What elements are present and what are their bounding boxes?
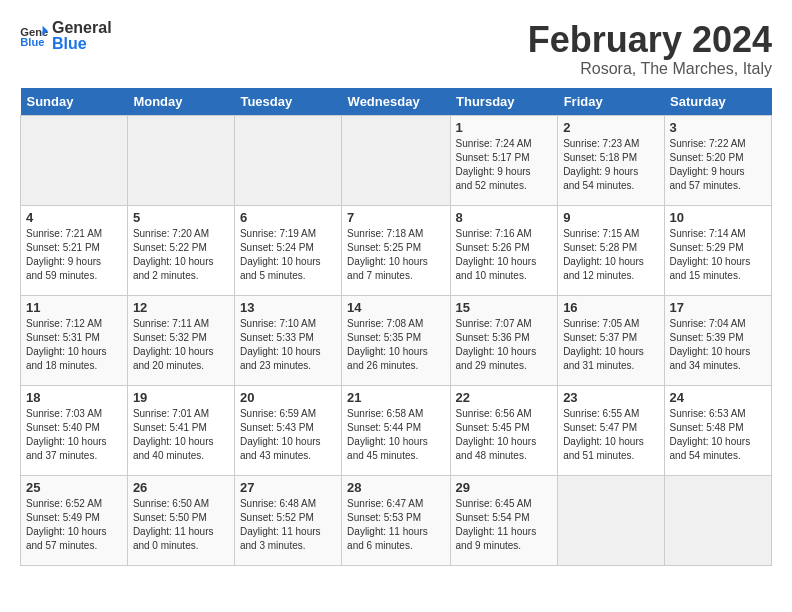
calendar-cell bbox=[21, 115, 128, 205]
day-number: 26 bbox=[133, 480, 229, 495]
day-info: Sunrise: 7:11 AM Sunset: 5:32 PM Dayligh… bbox=[133, 317, 229, 373]
day-number: 29 bbox=[456, 480, 553, 495]
calendar-table: SundayMondayTuesdayWednesdayThursdayFrid… bbox=[20, 88, 772, 566]
weekday-header-row: SundayMondayTuesdayWednesdayThursdayFrid… bbox=[21, 88, 772, 116]
title-area: February 2024 Rosora, The Marches, Italy bbox=[528, 20, 772, 78]
calendar-cell: 18Sunrise: 7:03 AM Sunset: 5:40 PM Dayli… bbox=[21, 385, 128, 475]
day-number: 27 bbox=[240, 480, 336, 495]
calendar-week-row: 4Sunrise: 7:21 AM Sunset: 5:21 PM Daylig… bbox=[21, 205, 772, 295]
calendar-cell: 2Sunrise: 7:23 AM Sunset: 5:18 PM Daylig… bbox=[558, 115, 664, 205]
day-number: 9 bbox=[563, 210, 658, 225]
day-number: 2 bbox=[563, 120, 658, 135]
calendar-cell: 20Sunrise: 6:59 AM Sunset: 5:43 PM Dayli… bbox=[234, 385, 341, 475]
day-info: Sunrise: 7:16 AM Sunset: 5:26 PM Dayligh… bbox=[456, 227, 553, 283]
day-number: 23 bbox=[563, 390, 658, 405]
calendar-cell: 1Sunrise: 7:24 AM Sunset: 5:17 PM Daylig… bbox=[450, 115, 558, 205]
day-number: 14 bbox=[347, 300, 444, 315]
calendar-cell: 8Sunrise: 7:16 AM Sunset: 5:26 PM Daylig… bbox=[450, 205, 558, 295]
day-info: Sunrise: 7:04 AM Sunset: 5:39 PM Dayligh… bbox=[670, 317, 766, 373]
calendar-week-row: 1Sunrise: 7:24 AM Sunset: 5:17 PM Daylig… bbox=[21, 115, 772, 205]
day-info: Sunrise: 7:10 AM Sunset: 5:33 PM Dayligh… bbox=[240, 317, 336, 373]
calendar-cell: 28Sunrise: 6:47 AM Sunset: 5:53 PM Dayli… bbox=[342, 475, 450, 565]
calendar-cell: 27Sunrise: 6:48 AM Sunset: 5:52 PM Dayli… bbox=[234, 475, 341, 565]
day-info: Sunrise: 6:52 AM Sunset: 5:49 PM Dayligh… bbox=[26, 497, 122, 553]
day-info: Sunrise: 6:58 AM Sunset: 5:44 PM Dayligh… bbox=[347, 407, 444, 463]
svg-text:Blue: Blue bbox=[20, 36, 44, 48]
calendar-cell: 29Sunrise: 6:45 AM Sunset: 5:54 PM Dayli… bbox=[450, 475, 558, 565]
day-number: 22 bbox=[456, 390, 553, 405]
calendar-cell: 17Sunrise: 7:04 AM Sunset: 5:39 PM Dayli… bbox=[664, 295, 771, 385]
calendar-cell: 19Sunrise: 7:01 AM Sunset: 5:41 PM Dayli… bbox=[127, 385, 234, 475]
weekday-header-sunday: Sunday bbox=[21, 88, 128, 116]
day-number: 21 bbox=[347, 390, 444, 405]
day-number: 1 bbox=[456, 120, 553, 135]
day-info: Sunrise: 7:22 AM Sunset: 5:20 PM Dayligh… bbox=[670, 137, 766, 193]
day-info: Sunrise: 6:48 AM Sunset: 5:52 PM Dayligh… bbox=[240, 497, 336, 553]
day-number: 17 bbox=[670, 300, 766, 315]
calendar-week-row: 18Sunrise: 7:03 AM Sunset: 5:40 PM Dayli… bbox=[21, 385, 772, 475]
calendar-week-row: 11Sunrise: 7:12 AM Sunset: 5:31 PM Dayli… bbox=[21, 295, 772, 385]
day-number: 13 bbox=[240, 300, 336, 315]
logo-icon: General Blue bbox=[20, 24, 48, 48]
day-number: 4 bbox=[26, 210, 122, 225]
calendar-cell bbox=[664, 475, 771, 565]
weekday-header-saturday: Saturday bbox=[664, 88, 771, 116]
calendar-cell: 11Sunrise: 7:12 AM Sunset: 5:31 PM Dayli… bbox=[21, 295, 128, 385]
day-number: 3 bbox=[670, 120, 766, 135]
day-number: 15 bbox=[456, 300, 553, 315]
calendar-week-row: 25Sunrise: 6:52 AM Sunset: 5:49 PM Dayli… bbox=[21, 475, 772, 565]
day-info: Sunrise: 6:50 AM Sunset: 5:50 PM Dayligh… bbox=[133, 497, 229, 553]
day-info: Sunrise: 6:56 AM Sunset: 5:45 PM Dayligh… bbox=[456, 407, 553, 463]
logo-text-blue: Blue bbox=[52, 36, 112, 52]
day-number: 20 bbox=[240, 390, 336, 405]
calendar-title: February 2024 bbox=[528, 20, 772, 60]
calendar-body: 1Sunrise: 7:24 AM Sunset: 5:17 PM Daylig… bbox=[21, 115, 772, 565]
day-info: Sunrise: 6:45 AM Sunset: 5:54 PM Dayligh… bbox=[456, 497, 553, 553]
calendar-cell: 6Sunrise: 7:19 AM Sunset: 5:24 PM Daylig… bbox=[234, 205, 341, 295]
day-info: Sunrise: 7:12 AM Sunset: 5:31 PM Dayligh… bbox=[26, 317, 122, 373]
day-number: 10 bbox=[670, 210, 766, 225]
day-info: Sunrise: 6:47 AM Sunset: 5:53 PM Dayligh… bbox=[347, 497, 444, 553]
calendar-cell: 24Sunrise: 6:53 AM Sunset: 5:48 PM Dayli… bbox=[664, 385, 771, 475]
weekday-header-friday: Friday bbox=[558, 88, 664, 116]
day-info: Sunrise: 7:15 AM Sunset: 5:28 PM Dayligh… bbox=[563, 227, 658, 283]
calendar-cell: 16Sunrise: 7:05 AM Sunset: 5:37 PM Dayli… bbox=[558, 295, 664, 385]
weekday-header-monday: Monday bbox=[127, 88, 234, 116]
calendar-cell: 14Sunrise: 7:08 AM Sunset: 5:35 PM Dayli… bbox=[342, 295, 450, 385]
day-number: 12 bbox=[133, 300, 229, 315]
calendar-cell: 3Sunrise: 7:22 AM Sunset: 5:20 PM Daylig… bbox=[664, 115, 771, 205]
calendar-cell: 5Sunrise: 7:20 AM Sunset: 5:22 PM Daylig… bbox=[127, 205, 234, 295]
day-info: Sunrise: 6:59 AM Sunset: 5:43 PM Dayligh… bbox=[240, 407, 336, 463]
calendar-cell: 9Sunrise: 7:15 AM Sunset: 5:28 PM Daylig… bbox=[558, 205, 664, 295]
day-number: 25 bbox=[26, 480, 122, 495]
day-info: Sunrise: 7:08 AM Sunset: 5:35 PM Dayligh… bbox=[347, 317, 444, 373]
weekday-header-thursday: Thursday bbox=[450, 88, 558, 116]
calendar-cell: 12Sunrise: 7:11 AM Sunset: 5:32 PM Dayli… bbox=[127, 295, 234, 385]
day-info: Sunrise: 7:24 AM Sunset: 5:17 PM Dayligh… bbox=[456, 137, 553, 193]
page-header: General Blue General Blue February 2024 … bbox=[20, 20, 772, 78]
calendar-cell: 13Sunrise: 7:10 AM Sunset: 5:33 PM Dayli… bbox=[234, 295, 341, 385]
day-number: 16 bbox=[563, 300, 658, 315]
day-number: 11 bbox=[26, 300, 122, 315]
day-info: Sunrise: 7:03 AM Sunset: 5:40 PM Dayligh… bbox=[26, 407, 122, 463]
day-info: Sunrise: 7:07 AM Sunset: 5:36 PM Dayligh… bbox=[456, 317, 553, 373]
day-number: 5 bbox=[133, 210, 229, 225]
day-number: 28 bbox=[347, 480, 444, 495]
logo-text-general: General bbox=[52, 20, 112, 36]
day-info: Sunrise: 7:19 AM Sunset: 5:24 PM Dayligh… bbox=[240, 227, 336, 283]
calendar-cell: 26Sunrise: 6:50 AM Sunset: 5:50 PM Dayli… bbox=[127, 475, 234, 565]
day-number: 19 bbox=[133, 390, 229, 405]
calendar-cell bbox=[558, 475, 664, 565]
weekday-header-tuesday: Tuesday bbox=[234, 88, 341, 116]
weekday-header-wednesday: Wednesday bbox=[342, 88, 450, 116]
day-info: Sunrise: 6:55 AM Sunset: 5:47 PM Dayligh… bbox=[563, 407, 658, 463]
day-number: 8 bbox=[456, 210, 553, 225]
day-number: 7 bbox=[347, 210, 444, 225]
calendar-cell: 23Sunrise: 6:55 AM Sunset: 5:47 PM Dayli… bbox=[558, 385, 664, 475]
calendar-cell bbox=[342, 115, 450, 205]
day-number: 6 bbox=[240, 210, 336, 225]
calendar-cell: 4Sunrise: 7:21 AM Sunset: 5:21 PM Daylig… bbox=[21, 205, 128, 295]
day-info: Sunrise: 6:53 AM Sunset: 5:48 PM Dayligh… bbox=[670, 407, 766, 463]
day-info: Sunrise: 7:01 AM Sunset: 5:41 PM Dayligh… bbox=[133, 407, 229, 463]
calendar-cell: 21Sunrise: 6:58 AM Sunset: 5:44 PM Dayli… bbox=[342, 385, 450, 475]
